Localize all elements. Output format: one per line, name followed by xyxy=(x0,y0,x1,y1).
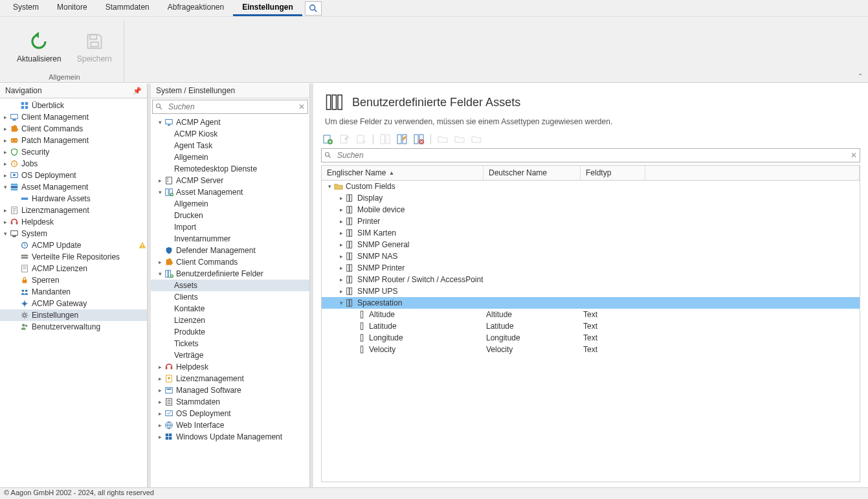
tree-item[interactable]: ▸Web Interface xyxy=(151,419,309,431)
column-header[interactable]: Deutscher Name xyxy=(484,166,581,180)
column-header[interactable]: Englischer Name▲ xyxy=(322,166,484,180)
tree-item[interactable]: ▸Patch Management xyxy=(0,135,147,146)
grid-row[interactable]: AltitudeAltitudeText xyxy=(322,309,860,320)
tree-item[interactable]: Mandanten xyxy=(0,286,147,298)
twisty-icon[interactable]: ▸ xyxy=(337,241,345,248)
menu-item-monitore[interactable]: Monitore xyxy=(48,0,96,16)
tree-item[interactable]: ▾Asset Management xyxy=(0,181,147,193)
tree-item[interactable]: Tickets xyxy=(151,338,309,349)
grid-row[interactable]: LatitudeLatitudeText xyxy=(322,320,860,332)
tree-item[interactable]: ▸Jobs xyxy=(0,158,147,170)
tree-item[interactable]: Agent Task xyxy=(151,140,309,151)
tree-item[interactable]: Assets xyxy=(151,280,309,291)
twisty-icon[interactable]: ▸ xyxy=(1,161,9,167)
twisty-icon[interactable]: ▸ xyxy=(156,434,164,440)
menu-item-system[interactable]: System xyxy=(4,0,48,16)
settings-tree[interactable]: ▾ACMP AgentACMP KioskAgent TaskAllgemein… xyxy=(151,115,309,487)
grid-row[interactable]: ▸SNMP Router / Switch / AccessPoint xyxy=(322,274,860,285)
twisty-icon[interactable]: ▸ xyxy=(1,219,9,225)
tree-item[interactable]: ▾ACMP Agent xyxy=(151,116,309,128)
tree-item[interactable]: ▸Client Commands xyxy=(151,256,309,268)
tree-item[interactable]: Allgemein xyxy=(151,151,309,163)
grid-row[interactable]: ▸SNMP Printer xyxy=(322,262,860,274)
twisty-icon[interactable]: ▸ xyxy=(337,288,345,294)
tb-add[interactable] xyxy=(321,133,334,146)
tree-item[interactable]: Sperren xyxy=(0,274,147,286)
tree-item[interactable]: ▾Asset Management xyxy=(151,186,309,198)
tree-item[interactable]: ▸Client Management xyxy=(0,111,147,123)
grid-row[interactable]: ▸SNMP NAS xyxy=(322,250,860,262)
twisty-icon[interactable]: ▸ xyxy=(337,195,345,201)
grid-row[interactable]: VelocityVelocityText xyxy=(322,344,860,355)
twisty-icon[interactable]: ▾ xyxy=(156,271,164,277)
twisty-icon[interactable]: ▸ xyxy=(337,265,345,271)
grid-row[interactable]: LongitudeLongitudeText xyxy=(322,332,860,344)
tree-item[interactable]: ACMP Lizenzen xyxy=(0,263,147,274)
twisty-icon[interactable]: ▾ xyxy=(1,230,9,237)
tree-item[interactable]: ▸OS Deployment xyxy=(151,408,309,419)
tree-item[interactable]: ▸Helpdesk xyxy=(151,361,309,373)
tree-item[interactable]: Einstellungen xyxy=(0,309,147,321)
tree-item[interactable]: Clients xyxy=(151,291,309,303)
tree-item[interactable]: ▸Managed Software xyxy=(151,384,309,396)
twisty-icon[interactable]: ▸ xyxy=(1,126,9,132)
refresh-button[interactable]: Aktualisieren xyxy=(14,28,64,66)
tree-item[interactable]: Defender Management xyxy=(151,245,309,256)
settings-search-input[interactable] xyxy=(166,101,296,113)
tree-item[interactable]: Lizenzen xyxy=(151,315,309,326)
tree-item[interactable]: ACMP Gateway xyxy=(0,298,147,309)
twisty-icon[interactable]: ▸ xyxy=(1,207,9,214)
grid-row[interactable]: ▾Custom Fields xyxy=(322,181,860,192)
tree-item[interactable]: Verteilte File Repositories xyxy=(0,251,147,263)
clear-search-icon[interactable]: ✕ xyxy=(848,151,860,160)
tree-item[interactable]: ACMP Update xyxy=(0,239,147,251)
tree-item[interactable]: ▾System xyxy=(0,228,147,239)
tb-group-edit[interactable] xyxy=(395,133,408,146)
grid-body[interactable]: ▾Custom Fields▸Display▸Mobile device▸Pri… xyxy=(322,181,860,482)
twisty-icon[interactable]: ▸ xyxy=(156,364,164,370)
twisty-icon[interactable]: ▸ xyxy=(337,218,345,225)
twisty-icon[interactable]: ▸ xyxy=(337,230,345,236)
tree-item[interactable]: Allgemein xyxy=(151,198,309,210)
twisty-icon[interactable]: ▾ xyxy=(337,300,345,306)
grid-row[interactable]: ▸SIM Karten xyxy=(322,227,860,239)
tree-item[interactable]: ▸Stammdaten xyxy=(151,396,309,408)
grid-row[interactable]: ▸Display xyxy=(322,192,860,204)
twisty-icon[interactable]: ▾ xyxy=(1,184,9,190)
twisty-icon[interactable]: ▸ xyxy=(1,172,9,179)
content-search[interactable]: ✕ xyxy=(321,148,860,162)
twisty-icon[interactable]: ▸ xyxy=(156,422,164,428)
twisty-icon[interactable]: ▸ xyxy=(337,253,345,260)
content-search-input[interactable] xyxy=(335,150,848,161)
navigation-tree[interactable]: Überblick▸Client Management▸Client Comma… xyxy=(0,98,147,487)
tree-item[interactable]: Inventarnummer xyxy=(151,233,309,245)
tb-group-delete[interactable] xyxy=(412,133,425,146)
tree-item[interactable]: ▾Benutzerdefinierte Felder xyxy=(151,268,309,280)
tree-item[interactable]: Verträge xyxy=(151,349,309,361)
grid-row[interactable]: ▸Mobile device xyxy=(322,204,860,216)
grid-row[interactable]: ▾Spacestation xyxy=(322,297,860,309)
tree-item[interactable]: ACMP Kiosk xyxy=(151,128,309,140)
tree-item[interactable]: Kontakte xyxy=(151,303,309,315)
tree-item[interactable]: Benutzerverwaltung xyxy=(0,321,147,333)
tree-item[interactable]: ▸Windows Update Management xyxy=(151,431,309,443)
twisty-icon[interactable]: ▸ xyxy=(156,399,164,405)
column-header[interactable]: Feldtyp xyxy=(581,166,645,180)
menu-search-button[interactable] xyxy=(305,1,322,16)
tree-item[interactable]: ▸OS Deployment xyxy=(0,170,147,181)
twisty-icon[interactable]: ▸ xyxy=(337,276,345,283)
grid-row[interactable]: ▸SNMP UPS xyxy=(322,285,860,297)
twisty-icon[interactable]: ▾ xyxy=(156,189,164,195)
twisty-icon[interactable]: ▾ xyxy=(156,119,164,126)
twisty-icon[interactable]: ▸ xyxy=(156,375,164,382)
twisty-icon[interactable]: ▸ xyxy=(337,206,345,213)
tree-item[interactable]: ▸Lizenzmanagement xyxy=(0,205,147,216)
twisty-icon[interactable]: ▸ xyxy=(1,149,9,155)
twisty-icon[interactable]: ▸ xyxy=(156,259,164,265)
tree-item[interactable]: Produkte xyxy=(151,326,309,338)
menu-item-abfrageaktionen[interactable]: Abfrageaktionen xyxy=(159,0,233,16)
tree-item[interactable]: ▸Client Commands xyxy=(0,123,147,135)
ribbon-collapse-button[interactable]: ⌃ xyxy=(858,72,863,80)
tree-item[interactable]: Import xyxy=(151,221,309,233)
twisty-icon[interactable]: ▸ xyxy=(156,387,164,394)
